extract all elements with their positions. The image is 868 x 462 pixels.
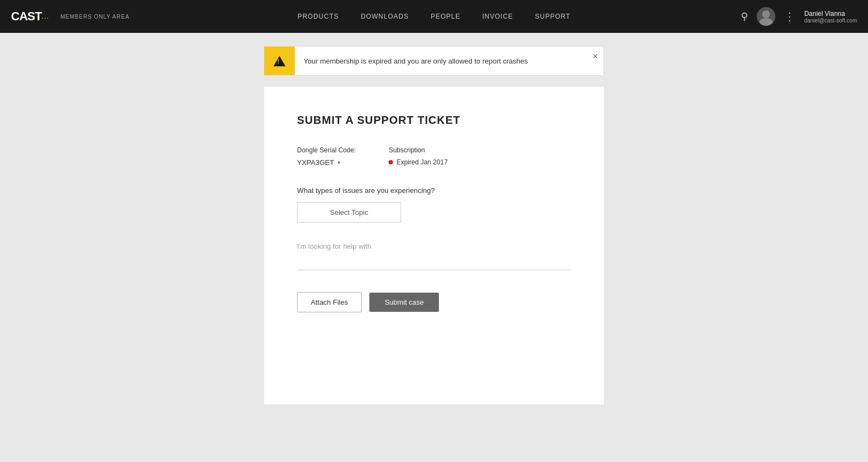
navbar: CAST··· MEMBERS ONLY AREA PRODUCTS DOWNL… <box>0 0 868 33</box>
nav-products[interactable]: PRODUCTS <box>298 13 339 20</box>
search-icon[interactable]: ⚲ <box>741 10 748 22</box>
dongle-value: YXPA3GET <box>297 158 334 167</box>
help-section: I'm looking for help with <box>297 242 571 270</box>
warning-icon <box>273 56 285 66</box>
subscription-value: Expired Jan 2017 <box>396 158 447 166</box>
user-name: Daniel Vianna <box>804 10 857 18</box>
alert-message: Your membership is expired and you are o… <box>295 49 603 73</box>
logo: CAST··· <box>11 9 49 24</box>
svg-point-0 <box>762 10 770 18</box>
logo-text: CAST <box>11 9 42 23</box>
info-row: Dongle Serial Code: YXPA3GET ▾ Subscript… <box>297 146 571 167</box>
form-card: SUBMIT A SUPPORT TICKET Dongle Serial Co… <box>264 87 604 404</box>
expired-status-dot <box>389 160 393 164</box>
submit-case-button[interactable]: Submit case <box>369 293 439 312</box>
nav-invoice[interactable]: INVOICE <box>482 13 513 20</box>
alert-close-button[interactable]: × <box>593 52 598 61</box>
page-content: Your membership is expired and you are o… <box>0 33 868 418</box>
navbar-right: ⚲ ⋮ Daniel Vianna daniel@cast-soft.com <box>741 7 857 26</box>
dongle-label: Dongle Serial Code: <box>297 146 356 154</box>
dongle-group: Dongle Serial Code: YXPA3GET ▾ <box>297 146 356 167</box>
navbar-left: CAST··· MEMBERS ONLY AREA <box>11 9 129 24</box>
more-icon[interactable]: ⋮ <box>784 10 796 23</box>
help-label: I'm looking for help with <box>297 242 571 250</box>
alert-icon-box <box>264 47 295 75</box>
subscription-label: Subscription <box>389 146 447 154</box>
members-only-label: MEMBERS ONLY AREA <box>60 14 129 20</box>
navbar-center: PRODUCTS DOWNLOADS PEOPLE INVOICE SUPPOR… <box>298 13 570 20</box>
issue-question: What types of issues are you experiencin… <box>297 186 571 195</box>
button-row: Attach Files Submit case <box>297 292 571 312</box>
issue-section: What types of issues are you experiencin… <box>297 186 571 223</box>
help-input[interactable] <box>297 255 571 270</box>
user-info: Daniel Vianna daniel@cast-soft.com <box>804 10 857 24</box>
subscription-status: Expired Jan 2017 <box>389 158 447 166</box>
nav-people[interactable]: PEOPLE <box>431 13 460 20</box>
user-email: daniel@cast-soft.com <box>804 18 857 24</box>
alert-banner: Your membership is expired and you are o… <box>264 46 604 76</box>
subscription-group: Subscription Expired Jan 2017 <box>389 146 447 167</box>
select-topic-button[interactable]: Select Topic <box>297 202 401 223</box>
dongle-select[interactable]: YXPA3GET ▾ <box>297 158 356 167</box>
nav-support[interactable]: SUPPORT <box>535 13 570 20</box>
chevron-down-icon: ▾ <box>338 159 340 166</box>
attach-files-button[interactable]: Attach Files <box>297 292 362 312</box>
logo-dots: ··· <box>42 15 49 21</box>
svg-point-1 <box>760 18 773 26</box>
avatar <box>757 7 775 26</box>
nav-downloads[interactable]: DOWNLOADS <box>361 13 409 20</box>
form-title: SUBMIT A SUPPORT TICKET <box>297 114 571 127</box>
